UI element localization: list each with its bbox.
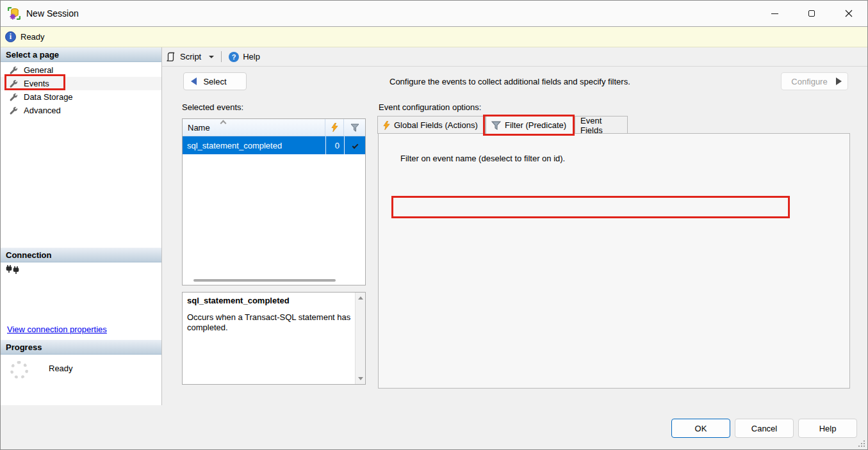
- sidebar-item-data-storage[interactable]: Data Storage: [1, 90, 161, 104]
- select-step-label: Select: [203, 77, 226, 86]
- help-label: Help: [243, 52, 260, 61]
- help-label: Help: [819, 424, 837, 433]
- actions-column-header[interactable]: [325, 119, 344, 136]
- forward-arrow-icon: [836, 77, 842, 85]
- sidebar-item-label: Data Storage: [24, 92, 73, 102]
- wrench-icon: [9, 66, 18, 75]
- tab-event-fields[interactable]: Event Fields: [575, 116, 628, 134]
- description-scrollbar[interactable]: [355, 293, 365, 384]
- chevron-down-icon: [209, 56, 214, 58]
- toolbar-separator: [221, 51, 222, 62]
- filter-tab-panel: [378, 133, 850, 389]
- close-icon: [845, 10, 853, 17]
- script-button[interactable]: Script: [166, 52, 214, 62]
- event-config-label: Event configuration options:: [379, 102, 481, 112]
- horizontal-scrollbar[interactable]: [193, 279, 336, 282]
- connection-plugs-icon: [6, 265, 20, 277]
- cancel-label: Cancel: [751, 424, 777, 433]
- event-name-cell: sql_statement_completed: [183, 136, 325, 154]
- sidebar: Select a page General Events Data Storag…: [1, 47, 162, 405]
- wrench-icon: [9, 79, 18, 88]
- event-actions-count-cell: 0: [325, 136, 344, 154]
- tab-filter-predicate-label: Filter (Predicate): [505, 120, 566, 130]
- view-connection-properties-link[interactable]: View connection properties: [7, 325, 107, 334]
- tab-filter-predicate[interactable]: Filter (Predicate): [486, 115, 575, 134]
- configure-step-label: Configure: [791, 77, 827, 86]
- selected-events-list: Name sql_statement_completed 0: [182, 118, 366, 285]
- event-description-title: sql_statement_completed: [187, 296, 351, 305]
- sidebar-item-events[interactable]: Events: [1, 77, 161, 90]
- funnel-icon: [491, 121, 501, 130]
- new-session-dialog: New Session i Ready Select a page Genera…: [0, 0, 868, 450]
- maximize-button[interactable]: [793, 1, 830, 26]
- script-icon: [166, 52, 176, 62]
- sidebar-item-label: General: [24, 65, 53, 75]
- scroll-up-icon: [358, 296, 363, 300]
- sidebar-item-label: Events: [24, 79, 49, 88]
- sidebar-item-advanced[interactable]: Advanced: [1, 104, 161, 117]
- help-icon: ?: [229, 52, 239, 62]
- event-filter-cell: [344, 136, 365, 154]
- sort-ascending-icon: [220, 120, 227, 127]
- name-column-label: Name: [188, 123, 210, 133]
- main-toolbar: Script ? Help: [162, 47, 868, 67]
- filter-column-header[interactable]: [344, 119, 365, 136]
- tab-global-fields-label: Global Fields (Actions): [394, 120, 478, 130]
- scroll-down-icon: [358, 377, 363, 380]
- tab-event-fields-label: Event Fields: [580, 116, 622, 135]
- wrench-icon: [9, 93, 18, 102]
- back-arrow-icon: [191, 77, 197, 85]
- name-column-header[interactable]: Name: [183, 119, 325, 136]
- info-icon: i: [5, 31, 16, 42]
- tab-global-fields[interactable]: Global Fields (Actions): [377, 116, 486, 134]
- title-bar: New Session: [1, 1, 867, 26]
- help-button[interactable]: Help: [798, 419, 857, 438]
- progress-header: Progress: [1, 340, 161, 355]
- window-title: New Session: [26, 1, 79, 26]
- event-description-body: Occurs when a Transact-SQL statement has…: [187, 312, 351, 333]
- session-icon: [8, 7, 20, 20]
- resize-grip[interactable]: [857, 439, 865, 447]
- ok-label: OK: [695, 424, 707, 433]
- checkmark-icon: [352, 142, 358, 149]
- cancel-button[interactable]: Cancel: [735, 419, 794, 438]
- progress-status: Ready: [49, 364, 73, 373]
- connection-header: Connection: [1, 248, 161, 262]
- configure-step-button[interactable]: Configure: [781, 72, 848, 90]
- instruction-text: Configure the events to collect addition…: [389, 77, 630, 86]
- selected-events-header: Name: [183, 119, 365, 136]
- selected-events-label: Selected events:: [182, 102, 243, 112]
- lightning-icon: [383, 121, 390, 130]
- select-step-button[interactable]: Select: [183, 72, 247, 90]
- maximize-icon: [808, 10, 815, 17]
- event-description-panel: sql_statement_completed Occurs when a Tr…: [182, 292, 366, 385]
- status-text: Ready: [20, 32, 45, 42]
- wrench-icon: [9, 106, 18, 115]
- funnel-icon: [350, 124, 359, 132]
- help-toolbar-button[interactable]: ? Help: [229, 52, 260, 62]
- minimize-button[interactable]: [756, 1, 793, 26]
- selected-event-row[interactable]: sql_statement_completed 0: [183, 136, 365, 154]
- ok-button[interactable]: OK: [671, 419, 730, 438]
- minimize-icon: [771, 13, 778, 14]
- script-label: Script: [180, 52, 201, 61]
- sidebar-item-general[interactable]: General: [1, 63, 161, 77]
- sidebar-item-label: Advanced: [24, 106, 61, 115]
- status-bar: i Ready: [1, 26, 867, 47]
- select-a-page-header: Select a page: [1, 47, 161, 62]
- filter-checkbox-label: Filter on event name (deselect to filter…: [400, 154, 565, 163]
- progress-spinner-icon: [10, 361, 28, 379]
- lightning-icon: [331, 123, 338, 132]
- close-button[interactable]: [830, 1, 867, 26]
